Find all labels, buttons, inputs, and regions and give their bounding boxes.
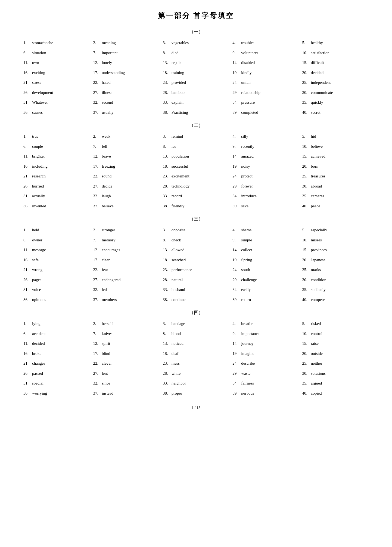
list-item: 40.copied — [301, 389, 370, 398]
word-value: believe — [311, 143, 323, 150]
word-value: compete — [311, 296, 325, 303]
word-number: 23. — [163, 79, 172, 86]
word-value: searched — [172, 257, 186, 264]
word-value: amazed — [241, 153, 254, 160]
word-value: technology — [172, 183, 190, 190]
list-item: 4.silly — [231, 132, 300, 141]
list-item: 23.excitement — [161, 172, 231, 181]
word-number: 19. — [232, 163, 241, 170]
word-value: fell — [102, 143, 107, 150]
word-value: laugh — [102, 193, 111, 200]
word-value: causes — [32, 109, 43, 116]
list-item: 35.argued — [301, 379, 370, 388]
word-number: 14. — [232, 59, 241, 66]
word-number: 28. — [163, 370, 172, 377]
word-number: 40. — [302, 296, 311, 303]
list-item: 10.misses — [301, 236, 370, 245]
list-item: 36.opinions — [22, 296, 91, 304]
word-value: actually — [32, 193, 45, 200]
list-item: 26.development — [22, 88, 91, 97]
word-value: check — [172, 237, 181, 244]
list-item: 1.held — [22, 226, 91, 235]
word-number: 24. — [232, 266, 241, 274]
word-value: imagine — [241, 350, 254, 357]
word-number: 19. — [232, 257, 241, 264]
word-value: copied — [311, 390, 322, 397]
list-item: 19.noisy — [231, 162, 300, 171]
word-number: 29. — [232, 183, 241, 190]
list-item: 19.kindly — [231, 69, 300, 77]
word-number: 10. — [302, 50, 311, 57]
word-value: decided — [32, 340, 45, 347]
word-number: 2. — [93, 133, 102, 140]
list-item: 29.challenge — [231, 276, 300, 284]
list-item: 33.neighbor — [161, 379, 231, 388]
word-value: exciting — [32, 69, 45, 76]
word-value: voice — [32, 286, 41, 293]
word-number: 27. — [93, 89, 102, 96]
word-number: 6. — [23, 143, 32, 150]
word-value: development — [32, 89, 53, 96]
list-item: 23.provided — [161, 78, 231, 87]
list-item: 34.easily — [231, 285, 300, 294]
word-number: 1. — [23, 133, 32, 140]
word-number: 20. — [302, 163, 311, 170]
word-grid-4: 1.lying2.herself3.bandage4.breathe5.risk… — [22, 319, 370, 398]
word-number: 1. — [23, 227, 32, 234]
word-value: knives — [102, 330, 112, 337]
word-value: kindly — [241, 69, 251, 76]
list-item: 22.sound — [91, 172, 161, 181]
list-item: 3.opposite — [161, 226, 231, 235]
word-value: neither — [311, 360, 322, 367]
list-item: 15.raise — [301, 339, 370, 348]
word-number: 3. — [163, 320, 172, 327]
list-item: 20.Japanese — [301, 256, 370, 265]
word-number: 8. — [163, 143, 172, 150]
list-item: 5.risked — [301, 319, 370, 328]
word-number: 9. — [232, 237, 241, 244]
list-item: 12.lonely — [91, 59, 161, 67]
word-value: control — [311, 330, 323, 337]
word-number: 31. — [23, 286, 32, 293]
list-item: 26.passed — [22, 369, 91, 378]
word-number: 2. — [93, 227, 102, 234]
list-item: 34.introduce — [231, 192, 300, 201]
list-item: 37.instead — [91, 389, 161, 398]
page-wrapper: 第一部分 首字母填空 （一）1.stomachache2.meaning3.ve… — [16, 11, 376, 410]
word-value: led — [102, 286, 107, 293]
word-number: 1. — [23, 39, 32, 47]
word-value: Whatever — [32, 99, 48, 106]
word-value: solutions — [311, 370, 326, 377]
list-item: 21.research — [22, 172, 91, 181]
word-number: 3. — [163, 133, 172, 140]
word-value: own — [32, 59, 39, 66]
word-number: 26. — [23, 370, 32, 377]
list-item: 7.knives — [91, 330, 161, 338]
list-item: 16.safe — [22, 256, 91, 265]
word-number: 19. — [232, 350, 241, 357]
list-item: 5.healthy — [301, 39, 370, 47]
word-number: 25. — [302, 173, 311, 180]
word-value: healthy — [311, 39, 323, 47]
word-value: unfair — [241, 79, 251, 86]
word-value: held — [32, 227, 39, 234]
list-item: 16.including — [22, 162, 91, 171]
word-value: shame — [241, 227, 251, 234]
list-item: 25.treasures — [301, 172, 370, 181]
list-item: 38.continue — [161, 296, 231, 304]
word-number: 6. — [23, 50, 32, 57]
list-item: 25.marks — [301, 266, 370, 274]
word-value: waste — [241, 370, 250, 377]
word-number: 34. — [232, 380, 241, 387]
word-value: decide — [102, 183, 112, 190]
word-number: 15. — [302, 340, 311, 347]
word-number: 39. — [232, 109, 241, 116]
word-number: 35. — [302, 380, 311, 387]
word-number: 15. — [302, 153, 311, 160]
word-number: 29. — [232, 89, 241, 96]
word-number: 31. — [23, 99, 32, 106]
word-number: 37. — [93, 109, 102, 116]
word-number: 37. — [93, 390, 102, 397]
list-item: 28.bamboo — [161, 88, 231, 97]
word-value: risked — [311, 320, 321, 327]
